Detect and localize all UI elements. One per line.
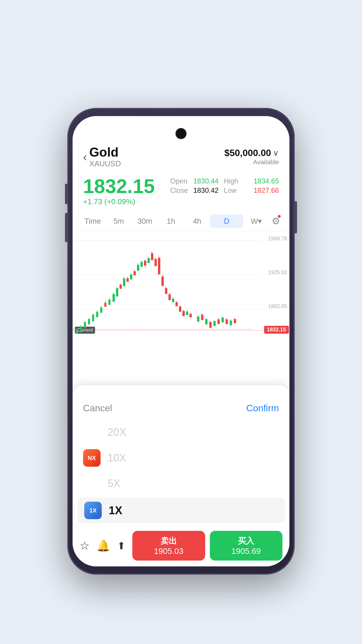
y-label-3: 1882.05: [268, 303, 287, 309]
svg-rect-62: [182, 311, 185, 316]
y-label-1: 1969.78: [268, 236, 287, 242]
svg-rect-4: [76, 329, 78, 334]
svg-rect-72: [205, 319, 208, 324]
svg-rect-14: [96, 312, 98, 317]
leverage-1x-value: 1X: [109, 504, 122, 517]
leverage-10x-item[interactable]: NX 10X: [73, 445, 289, 471]
share-icon[interactable]: ⬆: [117, 540, 125, 552]
back-arrow-icon[interactable]: ‹: [83, 151, 87, 163]
svg-rect-48: [158, 258, 160, 274]
leverage-1x-item[interactable]: 1X 1X: [77, 498, 285, 523]
low-label: Low: [224, 186, 238, 195]
close-label: Close: [170, 186, 188, 195]
trade-icons-group: ☆ 🔔 ⬆: [80, 539, 125, 552]
top-bar-right[interactable]: $50,000.00 ∨ Available: [224, 148, 279, 166]
time-item-1h[interactable]: 1h: [158, 214, 184, 228]
price-section: 1832.15 +1.73 (+0.09%) Open 1830.44 High…: [73, 173, 289, 211]
svg-rect-36: [137, 265, 139, 271]
svg-rect-42: [147, 258, 150, 263]
svg-rect-10: [88, 319, 90, 324]
svg-rect-24: [116, 288, 118, 296]
close-val: 1830.42: [193, 186, 219, 195]
phone-camera: [176, 129, 186, 138]
price-change: +1.73 (+0.09%): [83, 197, 155, 206]
buy-label: 买入: [215, 536, 278, 547]
top-bar: ‹ Gold XAUUSD $50,000.00 ∨ Available: [73, 116, 289, 173]
svg-rect-78: [217, 319, 220, 324]
current-price: 1832.15: [83, 175, 155, 197]
time-bar: Time 5m 30m 1h 4h D W▾ ⚙: [73, 211, 289, 232]
svg-rect-44: [151, 253, 153, 260]
leverage-20x-badge: [83, 424, 101, 441]
time-item-30m[interactable]: 30m: [132, 214, 158, 228]
time-item-5m[interactable]: 5m: [106, 214, 132, 228]
svg-rect-68: [197, 316, 199, 322]
svg-rect-86: [234, 319, 236, 323]
price-left: 1832.15 +1.73 (+0.09%): [83, 175, 155, 206]
star-icon[interactable]: ☆: [80, 539, 89, 552]
svg-rect-80: [222, 318, 224, 322]
high-label: High: [224, 177, 238, 185]
svg-rect-60: [179, 307, 181, 312]
svg-rect-30: [126, 278, 129, 282]
svg-rect-38: [140, 262, 143, 267]
svg-rect-76: [213, 321, 216, 326]
leverage-10x-value: 10X: [108, 452, 126, 464]
leverage-5x-item[interactable]: 5X: [73, 471, 289, 496]
svg-rect-16: [100, 307, 102, 313]
nx-badge: NX: [83, 449, 101, 467]
svg-rect-70: [201, 315, 203, 320]
svg-rect-26: [120, 285, 122, 289]
svg-rect-46: [154, 259, 157, 266]
confirm-button[interactable]: Confirm: [246, 403, 279, 414]
svg-rect-66: [189, 314, 192, 317]
buy-button[interactable]: 买入 1905.69: [210, 531, 283, 561]
svg-rect-6: [80, 327, 82, 332]
svg-rect-34: [133, 271, 136, 275]
svg-rect-52: [165, 288, 167, 294]
price-right: Open 1830.44 High Close 1830.42 Low: [170, 177, 238, 195]
power-btn: [294, 201, 297, 233]
svg-rect-58: [175, 302, 178, 306]
high-val: 1834.65: [254, 177, 279, 185]
svg-rect-18: [104, 303, 106, 307]
svg-rect-12: [92, 315, 94, 321]
svg-rect-84: [230, 321, 232, 325]
phone-screen: ‹ Gold XAUUSD $50,000.00 ∨ Available: [73, 116, 289, 566]
settings-icon[interactable]: ⚙: [269, 213, 282, 229]
open-val: 1830.44: [193, 177, 219, 185]
time-item-d[interactable]: D: [210, 214, 243, 228]
sell-label: 卖出: [137, 536, 201, 547]
svg-rect-64: [186, 312, 188, 315]
frosted-top: [73, 385, 289, 403]
leverage-list: 20X NX 10X 5X 1X 1X: [73, 418, 289, 526]
time-item-time[interactable]: Time: [80, 214, 106, 228]
bell-icon[interactable]: 🔔: [96, 539, 110, 552]
candlestick-chart: [73, 232, 271, 348]
top-bar-left: ‹ Gold XAUUSD: [83, 145, 121, 168]
leverage-20x-item[interactable]: 20X: [73, 419, 289, 445]
svg-rect-54: [168, 294, 171, 300]
svg-rect-74: [209, 322, 212, 328]
screen-content: ‹ Gold XAUUSD $50,000.00 ∨ Available: [73, 116, 289, 566]
time-item-w[interactable]: W▾: [243, 214, 269, 228]
leverage-5x-value: 5X: [108, 477, 120, 490]
svg-rect-40: [144, 261, 146, 266]
time-item-4h[interactable]: 4h: [184, 214, 210, 228]
chart-area: 1969.78 1925.92 1882.05 Current 1832.15: [73, 232, 289, 348]
1x-badge: 1X: [84, 502, 102, 519]
hl-vals: 1834.65 1827.66: [254, 177, 279, 195]
svg-rect-8: [84, 322, 86, 328]
cancel-button[interactable]: Cancel: [83, 403, 112, 414]
sell-price: 1905.03: [137, 547, 201, 556]
volume-btn-2: [65, 213, 68, 242]
leverage-5x-badge: [83, 475, 101, 492]
leverage-panel: Cancel Confirm 20X NX 10X: [73, 385, 289, 531]
leverage-20x-value: 20X: [108, 426, 126, 438]
sell-button[interactable]: 卖出 1905.03: [132, 531, 205, 561]
open-label: Open: [170, 177, 188, 185]
svg-rect-32: [130, 274, 132, 279]
svg-rect-82: [226, 319, 228, 324]
asset-name: Gold: [89, 145, 121, 159]
balance-row: $50,000.00 ∨: [224, 148, 279, 158]
